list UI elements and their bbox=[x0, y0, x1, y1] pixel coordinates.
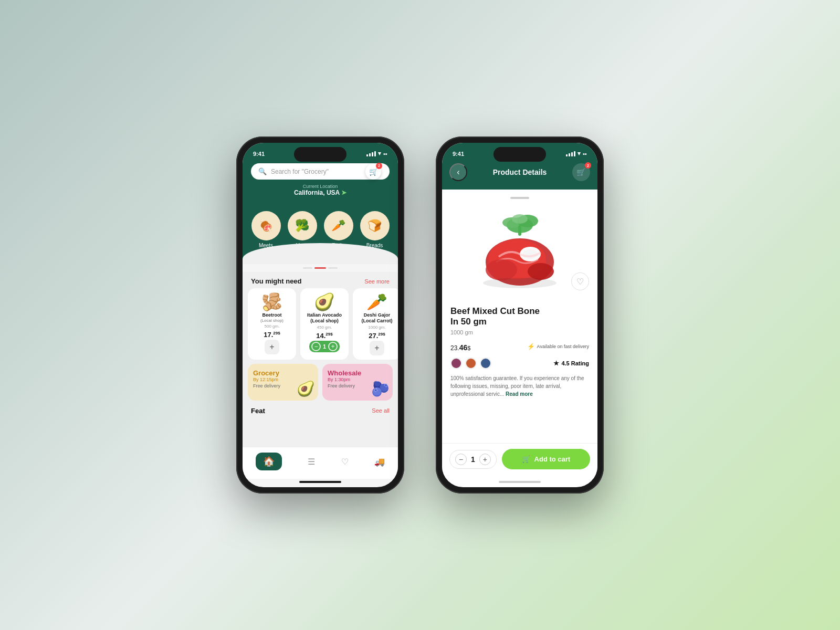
read-more-button[interactable]: Read more bbox=[506, 391, 533, 397]
location-arrow-icon: ➤ bbox=[341, 189, 346, 196]
wholesale-emoji: 🫐 bbox=[371, 380, 390, 397]
product-carrot-price: 27.29$ bbox=[369, 332, 385, 340]
product-carrot[interactable]: 🥕 Deshi Gajor(Local Carrot) 1000 gm. 27.… bbox=[353, 288, 398, 360]
product-carrot-weight: 1000 gm. bbox=[368, 325, 385, 330]
star-icon: ★ bbox=[553, 360, 559, 367]
see-all-button[interactable]: See all bbox=[372, 407, 390, 414]
product-weight: 1000 gm bbox=[450, 329, 589, 335]
time-2: 9:41 bbox=[453, 151, 464, 157]
category-fruits-icon: 🥕 bbox=[324, 211, 353, 240]
meat-product-image bbox=[467, 209, 572, 288]
notch bbox=[294, 147, 346, 162]
page-title: Product Details bbox=[493, 168, 547, 176]
dot-2 bbox=[314, 267, 326, 269]
product-avocado[interactable]: 🥑 Italian Avocado(Local shop) 450 gm. 14… bbox=[300, 288, 349, 360]
product-image-area: ♡ bbox=[442, 201, 597, 299]
signal-icon-1 bbox=[366, 151, 376, 156]
home-indicator-1 bbox=[299, 481, 341, 483]
drag-handle-area bbox=[442, 190, 597, 201]
heart-icon: ♡ bbox=[576, 277, 584, 287]
dot-1 bbox=[303, 267, 312, 269]
add-to-cart-button[interactable]: 🛒 Add to cart bbox=[502, 449, 590, 469]
svg-point-11 bbox=[483, 278, 556, 288]
status-icons-2: ▾ ▪▪ bbox=[566, 150, 587, 157]
cart-button-2[interactable]: 🛒 2 bbox=[572, 163, 590, 181]
phone-product: 9:41 ▾ ▪▪ ‹ Product Details bbox=[436, 136, 604, 494]
bottom-nav: 🏠 ☰ ♡ 🚚 bbox=[243, 447, 398, 479]
add-to-cart-label: Add to cart bbox=[534, 455, 571, 463]
category-breads-icon: 🍞 bbox=[360, 211, 390, 240]
search-bar[interactable]: 🔍 Search for "Grocery" 🛒 2 bbox=[251, 163, 390, 180]
status-icons-1: ▾ ▪▪ bbox=[366, 150, 387, 157]
back-button[interactable]: ‹ bbox=[449, 163, 467, 181]
products-row: 🫚 Beetroot (Local shop) 500 gm. 17.29$ +… bbox=[243, 288, 398, 360]
cart-count: 2 bbox=[376, 163, 382, 169]
signal-icon-2 bbox=[566, 151, 575, 156]
add-beetroot-button[interactable]: + bbox=[265, 340, 279, 354]
svg-point-10 bbox=[528, 263, 554, 280]
wholesale-delivery-card[interactable]: Wholesale By 1:30pm Free delivery 🫐 bbox=[322, 364, 393, 401]
avocado-increase-button[interactable]: + bbox=[328, 342, 338, 351]
avocado-qty-control: − 1 + bbox=[309, 341, 340, 352]
product-name: Beef Mixed Cut Bone In 50 gm bbox=[450, 306, 589, 328]
product-description: 100% satisfaction guarantee. If you expe… bbox=[450, 374, 589, 398]
search-icon: 🔍 bbox=[258, 167, 267, 175]
wholesale-title: Wholesale bbox=[328, 369, 387, 377]
product-rating: ★ 4.5 Rating bbox=[553, 360, 589, 367]
product-beetroot-name: Beetroot bbox=[262, 312, 281, 318]
nav-menu[interactable]: ☰ bbox=[308, 457, 315, 467]
delivery-icon: 🚚 bbox=[374, 457, 385, 467]
drag-handle bbox=[510, 197, 529, 199]
nav-home[interactable]: 🏠 bbox=[256, 453, 282, 470]
home-icon: 🏠 bbox=[263, 456, 275, 467]
grocery-delivery-card[interactable]: Grocery By 12:15pm Free delivery 🥑 bbox=[248, 364, 318, 401]
colors-rating-row: ★ 4.5 Rating bbox=[450, 358, 589, 369]
color-option-1[interactable] bbox=[450, 358, 462, 369]
section-header: You might need See more bbox=[243, 272, 398, 288]
increase-button[interactable]: + bbox=[479, 454, 491, 465]
quantity-display: 1 bbox=[471, 455, 475, 464]
grocery-emoji: 🥑 bbox=[297, 380, 315, 397]
product-detail-header: ‹ Product Details 🛒 2 bbox=[442, 159, 597, 190]
product-carrot-image: 🥕 bbox=[366, 293, 387, 310]
nav-delivery[interactable]: 🚚 bbox=[374, 457, 385, 467]
category-breads[interactable]: 🍞 Breads bbox=[360, 211, 390, 248]
svg-point-3 bbox=[512, 214, 528, 224]
featured-header: Feat See all bbox=[243, 405, 398, 416]
home-body: You might need See more 🫚 Beetroot (Loca… bbox=[243, 272, 398, 447]
categories-area: 🍖 Meets 🥦 Vege 🥕 Fruits 🍞 Breads bbox=[243, 207, 398, 264]
color-option-2[interactable] bbox=[465, 358, 477, 369]
wifi-icon-2: ▾ bbox=[578, 150, 581, 157]
delivery-row: Grocery By 12:15pm Free delivery 🥑 Whole… bbox=[243, 360, 398, 405]
avocado-decrease-button[interactable]: − bbox=[311, 342, 321, 351]
color-option-3[interactable] bbox=[480, 358, 491, 369]
svg-point-9 bbox=[486, 259, 517, 280]
see-more-button[interactable]: See more bbox=[364, 278, 390, 285]
add-carrot-button[interactable]: + bbox=[370, 341, 384, 355]
product-avocado-price: 14.29$ bbox=[316, 332, 332, 340]
decrease-button[interactable]: − bbox=[455, 454, 467, 465]
grocery-title: Grocery bbox=[253, 369, 313, 377]
wishlist-icon: ♡ bbox=[341, 457, 349, 467]
product-beetroot-weight: 500 gm. bbox=[265, 324, 280, 329]
product-beetroot-shop: (Local shop) bbox=[260, 318, 284, 323]
category-meets-icon: 🍖 bbox=[251, 211, 281, 240]
location-label: Current Location bbox=[251, 184, 390, 189]
product-price: 23.46$ bbox=[450, 340, 470, 353]
fast-delivery-badge: ⚡ Available on fast delivery bbox=[527, 343, 589, 350]
product-avocado-name: Italian Avocado(Local shop) bbox=[307, 312, 342, 324]
product-beetroot-price: 17.29$ bbox=[264, 331, 280, 339]
wishlist-button[interactable]: ♡ bbox=[571, 272, 589, 290]
home-indicator-2 bbox=[499, 481, 541, 483]
price-row: 23.46$ ⚡ Available on fast delivery bbox=[450, 340, 589, 353]
dot-3 bbox=[328, 267, 338, 269]
featured-title: Feat bbox=[251, 407, 265, 415]
color-options bbox=[450, 358, 491, 369]
category-meets[interactable]: 🍖 Meets bbox=[251, 211, 281, 248]
nav-wishlist[interactable]: ♡ bbox=[341, 457, 349, 467]
category-vege-icon: 🥦 bbox=[288, 211, 317, 240]
notch-2 bbox=[494, 147, 546, 162]
location-bar: Current Location California, USA ➤ bbox=[251, 184, 390, 196]
product-beetroot[interactable]: 🫚 Beetroot (Local shop) 500 gm. 17.29$ + bbox=[248, 288, 296, 360]
cart-button[interactable]: 🛒 2 bbox=[365, 164, 381, 180]
